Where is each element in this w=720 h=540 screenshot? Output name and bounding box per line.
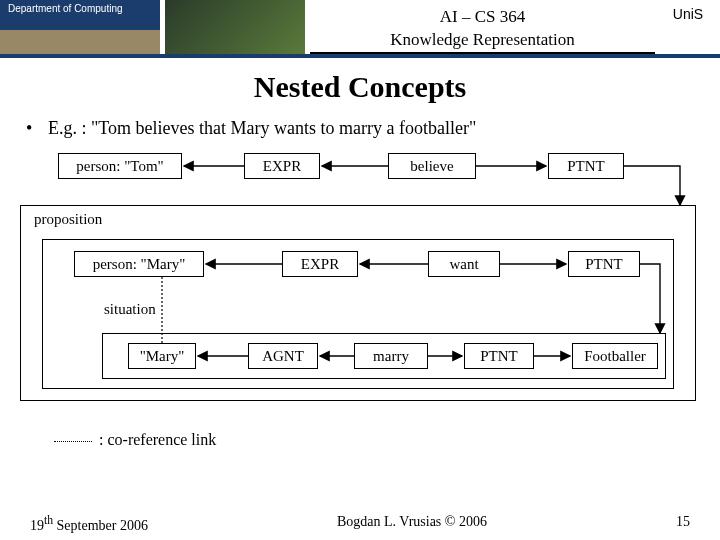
node-expr-1: EXPR [244,153,320,179]
footer-date: 19th September 2006 [30,514,148,534]
node-mary-ref: "Mary" [128,343,196,369]
situation-label: situation [104,301,156,318]
node-want: want [428,251,500,277]
node-expr-2: EXPR [282,251,358,277]
node-believe: believe [388,153,476,179]
uni-logo: UniS [662,6,714,32]
slide-header: Department of Computing AI – CS 364 Know… [0,0,720,58]
concept-diagram: person: "Tom" EXPR believe PTNT proposit… [20,153,700,423]
node-person-tom: person: "Tom" [58,153,182,179]
coref-text: : co-reference link [95,431,216,448]
course-title: AI – CS 364 Knowledge Representation [310,6,655,54]
course-subtitle: Knowledge Representation [390,30,575,49]
dept-banner: Department of Computing [0,0,160,30]
slide-title: Nested Concepts [0,70,720,104]
course-code: AI – CS 364 [440,7,525,26]
footer-author: Bogdan L. Vrusias © 2006 [337,514,487,534]
coref-dash-icon [54,441,92,442]
slide-footer: 19th September 2006 Bogdan L. Vrusias © … [0,514,720,534]
node-ptnt-1: PTNT [548,153,624,179]
header-photo-1 [0,30,160,54]
node-agnt: AGNT [248,343,318,369]
coref-legend: : co-reference link [54,431,720,449]
footer-page: 15 [676,514,690,534]
proposition-label: proposition [34,211,102,228]
example-text: E.g. : "Tom believes that Mary wants to … [48,118,476,138]
node-marry: marry [354,343,428,369]
header-photo-2 [165,0,305,54]
example-bullet: •E.g. : "Tom believes that Mary wants to… [26,118,720,139]
node-footballer: Footballer [572,343,658,369]
node-ptnt-2: PTNT [568,251,640,277]
node-ptnt-3: PTNT [464,343,534,369]
node-person-mary: person: "Mary" [74,251,204,277]
